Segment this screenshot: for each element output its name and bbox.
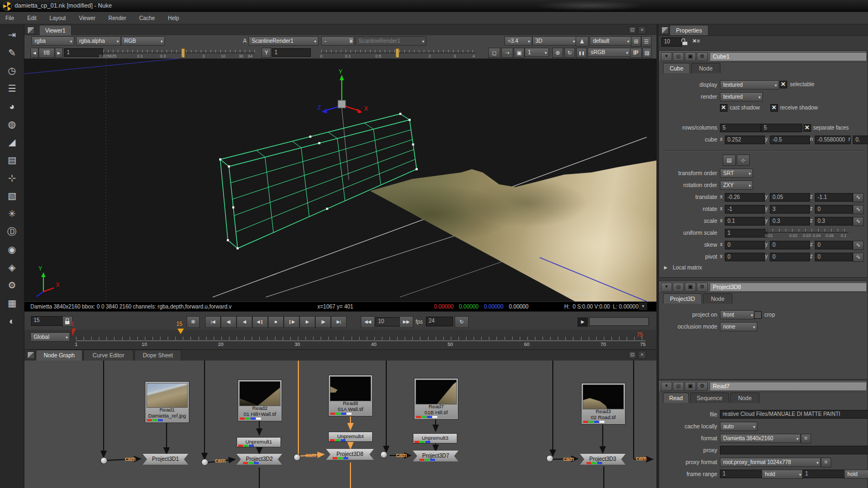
rotate-y-input[interactable]: 3 xyxy=(770,205,810,214)
cache-locally-select[interactable]: auto xyxy=(720,422,757,431)
transform-icon[interactable]: ⊹ xyxy=(5,172,19,185)
viewer-close-icon[interactable]: × xyxy=(638,26,646,34)
frame-range-after-select[interactable]: hold xyxy=(844,470,868,479)
transport-play[interactable]: ▶ xyxy=(299,316,315,328)
cube-r-input[interactable]: 0. xyxy=(853,136,868,144)
skew-z-input[interactable]: 0 xyxy=(815,241,853,249)
node-read1[interactable]: Read1 Damietta_ref.jpg xyxy=(145,381,189,423)
render-play-button[interactable]: ▶ xyxy=(577,317,588,327)
project-on-select[interactable]: front xyxy=(720,310,755,319)
keyer-icon[interactable]: ◢ xyxy=(5,136,19,149)
cube-n-input[interactable]: -0.5580000 xyxy=(815,136,851,144)
view-mode-select[interactable]: 3D xyxy=(532,36,577,46)
proxy-level-select[interactable]: 1 xyxy=(525,48,549,57)
particles-icon[interactable]: ✳ xyxy=(5,208,19,221)
ruler-line[interactable] xyxy=(76,341,646,341)
node-read3[interactable]: Read3 02 Road.tif xyxy=(581,383,626,425)
read7-center-icon[interactable]: ◎ xyxy=(673,382,684,391)
scale-z-input[interactable]: 0.3 xyxy=(815,217,853,226)
translate-z-input[interactable]: -1.1 xyxy=(815,193,853,202)
stereo-icon[interactable]: ♟ xyxy=(576,36,589,47)
cube1-screen-icon[interactable]: ▣ xyxy=(685,52,696,61)
metadata-icon[interactable]: ◈ xyxy=(5,261,19,274)
properties-pane-grip[interactable] xyxy=(661,27,669,34)
cube1-center-icon[interactable]: ◎ xyxy=(673,52,684,61)
playhead-marker[interactable] xyxy=(177,329,184,334)
tab-properties[interactable]: Properties xyxy=(669,25,709,35)
list-icon[interactable]: ☰ xyxy=(641,36,652,47)
pivot-z-input[interactable]: 0 xyxy=(815,253,853,261)
gain-prev-button[interactable]: ◀ xyxy=(30,48,39,58)
project3d-tab[interactable]: Project3D xyxy=(663,293,702,304)
nodegraph-pane-grip[interactable] xyxy=(27,351,35,359)
stereo-view-select[interactable]: default xyxy=(590,36,631,46)
input-a-select[interactable]: ScanlineRender1 xyxy=(248,36,318,46)
channel-icon[interactable]: ☰ xyxy=(5,82,19,95)
project3d8-title-field[interactable]: Project3D8 xyxy=(710,282,867,292)
transport-prev-key[interactable]: ◀| xyxy=(221,316,237,328)
menu-viewer[interactable]: Viewer xyxy=(79,15,95,21)
in-marker-flag[interactable] xyxy=(72,329,76,336)
file-folder-icon[interactable]: ▤ xyxy=(723,155,736,166)
properties-clear-icon[interactable]: ✕≡ xyxy=(692,38,700,44)
deep-icon[interactable]: Ⓓ xyxy=(5,226,19,239)
read7-wrench-icon[interactable]: ⚙ xyxy=(697,382,708,391)
proxy-input[interactable] xyxy=(720,446,868,454)
frame-range-start-input[interactable]: 1 xyxy=(720,470,762,478)
node-read8[interactable]: Read8 01A Wall.tif xyxy=(328,375,373,416)
cam-dot[interactable] xyxy=(293,454,301,461)
cube1-wrench-icon[interactable]: ⚙ xyxy=(697,52,708,61)
rotate-curve-button[interactable]: ∿ xyxy=(853,205,864,214)
display-select[interactable]: textured xyxy=(720,80,779,89)
node-read2[interactable]: Read2 01 Hill+Wall.tif xyxy=(238,380,282,421)
viewer-float-icon[interactable]: ⊡ xyxy=(628,26,636,34)
frame-range-select[interactable]: Global xyxy=(30,332,70,342)
color-icon[interactable]: ◕ xyxy=(5,100,19,113)
alpha-channel-select[interactable]: rgba.alpha xyxy=(76,36,121,46)
screens-icon[interactable]: ▣ xyxy=(514,48,525,58)
read-node-tab[interactable]: Node xyxy=(730,393,760,403)
nodegraph-close-icon[interactable]: × xyxy=(638,351,646,359)
gamma-input[interactable]: 1 xyxy=(272,48,311,57)
properties-lock-icon[interactable] xyxy=(681,38,689,46)
transport-next-key[interactable]: |▶ xyxy=(315,316,331,328)
proxy-format-equals-button[interactable]: = xyxy=(821,458,831,467)
cam-dot[interactable] xyxy=(100,457,107,464)
translate-x-input[interactable]: -0.26 xyxy=(725,193,765,202)
read7-title-field[interactable]: Read7 xyxy=(710,382,867,391)
frame-increment-input[interactable]: 10 xyxy=(375,317,400,326)
menu-edit[interactable]: Edit xyxy=(27,15,36,21)
properties-count-input[interactable]: 10 xyxy=(661,37,682,47)
menu-render[interactable]: Render xyxy=(108,15,126,21)
node-project3d1[interactable]: Project3D1 xyxy=(143,454,188,465)
translate-curve-button[interactable]: ∿ xyxy=(853,193,864,202)
project3d8-collapse-icon[interactable]: ▼ xyxy=(661,282,672,292)
frame-range-before-select[interactable]: hold xyxy=(762,470,803,479)
menu-cache[interactable]: Cache xyxy=(139,15,155,21)
fps-input[interactable]: 24 xyxy=(426,317,453,326)
3d-icon[interactable]: ▧ xyxy=(5,190,19,203)
skew-x-input[interactable]: 0 xyxy=(725,241,765,249)
translate-y-input[interactable]: 0.05 xyxy=(770,193,810,202)
node-read7[interactable]: Read7 01B Hill.tif xyxy=(414,378,458,420)
tab-node-graph[interactable]: Node Graph xyxy=(36,350,82,361)
time-icon[interactable]: ◷ xyxy=(5,65,19,78)
render-icon[interactable]: ◐ xyxy=(5,315,19,328)
status-caret-icon[interactable]: ▼ xyxy=(639,303,647,310)
rotate-x-input[interactable]: -1 xyxy=(725,205,765,214)
hatch-icon[interactable]: ▨ xyxy=(642,48,652,58)
transport-goto-end[interactable]: ▶| xyxy=(331,316,347,328)
roi-icon[interactable]: ⊕ xyxy=(552,48,563,58)
menu-layout[interactable]: Layout xyxy=(49,15,66,21)
aperture-button[interactable]: f/8 xyxy=(39,48,55,58)
format-equals-button[interactable]: = xyxy=(801,434,811,444)
zoom-select[interactable]: ÷3.4 xyxy=(505,36,532,46)
project3d8-screen-icon[interactable]: ▣ xyxy=(685,282,696,292)
toolsets-icon[interactable]: ⚙ xyxy=(5,279,19,292)
file-input[interactable]: reative Cloud Files/MANUALE DI MATTE PAI… xyxy=(720,410,868,419)
nodegraph-float-icon[interactable]: ⊡ xyxy=(628,351,636,359)
loop-button[interactable]: ↻ xyxy=(455,316,469,328)
transport-stop[interactable]: ■ xyxy=(268,316,284,328)
project3d-node-tab[interactable]: Node xyxy=(703,293,732,304)
image-icon[interactable]: ⇥ xyxy=(5,29,19,42)
